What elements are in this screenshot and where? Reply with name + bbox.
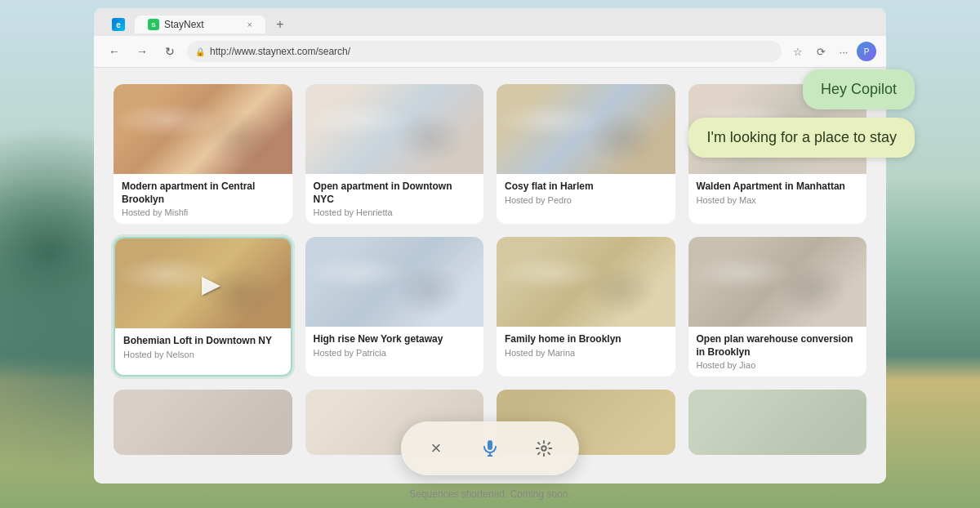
tab-bar: e S StayNext × + bbox=[94, 8, 886, 36]
svg-rect-0 bbox=[488, 440, 492, 450]
listing-host-1: Hosted by Mishfi bbox=[122, 207, 284, 217]
voice-mic-button[interactable] bbox=[471, 430, 509, 467]
copilot-greeting-text: Hey Copilot bbox=[821, 81, 897, 97]
new-tab-button[interactable]: + bbox=[270, 15, 290, 34]
listing-card-2[interactable]: Open apartment in Downtown NYC Hosted by… bbox=[305, 84, 484, 224]
listing-info-1: Modern apartment in Central Brooklyn Hos… bbox=[114, 174, 292, 224]
browser-actions: ☆ ⟳ ··· P bbox=[788, 42, 876, 61]
favorites-button[interactable]: ☆ bbox=[788, 42, 808, 61]
listing-info-5: Bohemian Loft in Downtown NY Hosted by N… bbox=[115, 328, 291, 366]
listing-info-8: Open plan warehouse conversion in Brookl… bbox=[688, 327, 867, 377]
tab-title: StayNext bbox=[164, 19, 204, 30]
listing-card-9[interactable] bbox=[114, 390, 292, 455]
listing-image-12 bbox=[688, 390, 867, 455]
listing-host-5: Hosted by Nelson bbox=[123, 350, 283, 359]
listing-title-6: High rise New York getaway bbox=[314, 333, 476, 346]
listing-info-6: High rise New York getaway Hosted by Pat… bbox=[305, 327, 484, 364]
profile-avatar[interactable]: P bbox=[857, 42, 876, 61]
listing-title-1: Modern apartment in Central Brooklyn bbox=[122, 180, 284, 206]
voice-controls-container: × bbox=[401, 421, 579, 475]
settings-icon bbox=[535, 439, 553, 457]
footer-text: Sequences shortened. Coming soon. bbox=[409, 488, 570, 500]
listing-title-5: Bohemian Loft in Downtown NY bbox=[123, 335, 283, 348]
listings-row-2: ▶ Bohemian Loft in Downtown NY Hosted by… bbox=[114, 237, 866, 377]
listing-card-8[interactable]: Open plan warehouse conversion in Brookl… bbox=[688, 237, 867, 377]
listing-title-8: Open plan warehouse conversion in Brookl… bbox=[697, 333, 859, 359]
listing-host-2: Hosted by Henrietta bbox=[314, 207, 476, 217]
listing-title-4: Walden Apartment in Manhattan bbox=[697, 180, 859, 194]
nav-bar: ← → ↻ 🔒 http://www.staynext.com/search/ … bbox=[94, 36, 886, 68]
listing-title-7: Family home in Brooklyn bbox=[505, 333, 667, 346]
tab-close-icon[interactable]: × bbox=[247, 20, 252, 29]
edge-icon: e bbox=[112, 18, 125, 31]
voice-close-button[interactable]: × bbox=[417, 430, 455, 467]
listing-card-7[interactable]: Family home in Brooklyn Hosted by Marina bbox=[497, 237, 675, 377]
listing-image-6 bbox=[305, 237, 484, 327]
refresh-button[interactable]: ↻ bbox=[159, 41, 180, 62]
cursor-arrow-icon: ▶ bbox=[202, 270, 220, 298]
listing-card-1[interactable]: Modern apartment in Central Brooklyn Hos… bbox=[114, 84, 292, 224]
listing-title-3: Cosy flat in Harlem bbox=[505, 180, 667, 194]
listing-image-9 bbox=[114, 390, 292, 455]
address-bar[interactable]: 🔒 http://www.staynext.com/search/ bbox=[187, 41, 782, 62]
tab-favicon: S bbox=[148, 19, 159, 30]
listing-image-3 bbox=[497, 84, 675, 174]
copilot-user-bubble: I'm looking for a place to stay bbox=[688, 118, 915, 158]
listing-host-8: Hosted by Jiao bbox=[697, 360, 859, 370]
lock-icon: 🔒 bbox=[195, 47, 205, 56]
listing-card-5[interactable]: ▶ Bohemian Loft in Downtown NY Hosted by… bbox=[114, 237, 292, 377]
listing-host-7: Hosted by Marina bbox=[505, 348, 667, 358]
copilot-overlay: Hey Copilot I'm looking for a place to s… bbox=[688, 69, 915, 158]
url-text: http://www.staynext.com/search/ bbox=[210, 46, 350, 57]
listing-info-2: Open apartment in Downtown NYC Hosted by… bbox=[305, 174, 484, 224]
listing-host-6: Hosted by Patricia bbox=[314, 348, 476, 358]
copilot-greeting-bubble: Hey Copilot bbox=[803, 69, 915, 109]
mic-icon bbox=[480, 439, 500, 458]
listing-image-8 bbox=[688, 237, 867, 327]
more-button[interactable]: ··· bbox=[834, 42, 853, 61]
listing-title-2: Open apartment in Downtown NYC bbox=[314, 180, 476, 206]
listing-host-4: Hosted by Max bbox=[697, 195, 859, 205]
voice-control-bar: × bbox=[401, 421, 579, 475]
listing-card-12[interactable] bbox=[688, 390, 867, 455]
back-button[interactable]: ← bbox=[104, 41, 125, 62]
copilot-button[interactable]: ⟳ bbox=[811, 42, 831, 61]
listing-host-3: Hosted by Pedro bbox=[505, 195, 667, 205]
copilot-user-text: I'm looking for a place to stay bbox=[706, 129, 897, 145]
listing-info-3: Cosy flat in Harlem Hosted by Pedro bbox=[497, 174, 675, 212]
listing-image-2 bbox=[305, 84, 484, 174]
forward-button[interactable]: → bbox=[131, 41, 153, 62]
listing-image-7 bbox=[497, 237, 675, 327]
listing-info-7: Family home in Brooklyn Hosted by Marina bbox=[497, 327, 675, 364]
svg-point-3 bbox=[541, 446, 546, 451]
voice-settings-button[interactable] bbox=[525, 430, 563, 467]
listing-card-6[interactable]: High rise New York getaway Hosted by Pat… bbox=[305, 237, 484, 377]
listing-card-3[interactable]: Cosy flat in Harlem Hosted by Pedro bbox=[497, 84, 675, 224]
listing-image-5: ▶ bbox=[115, 238, 291, 328]
listing-info-4: Walden Apartment in Manhattan Hosted by … bbox=[688, 174, 867, 212]
active-tab[interactable]: S StayNext × bbox=[135, 16, 265, 33]
listing-image-1 bbox=[114, 84, 292, 174]
